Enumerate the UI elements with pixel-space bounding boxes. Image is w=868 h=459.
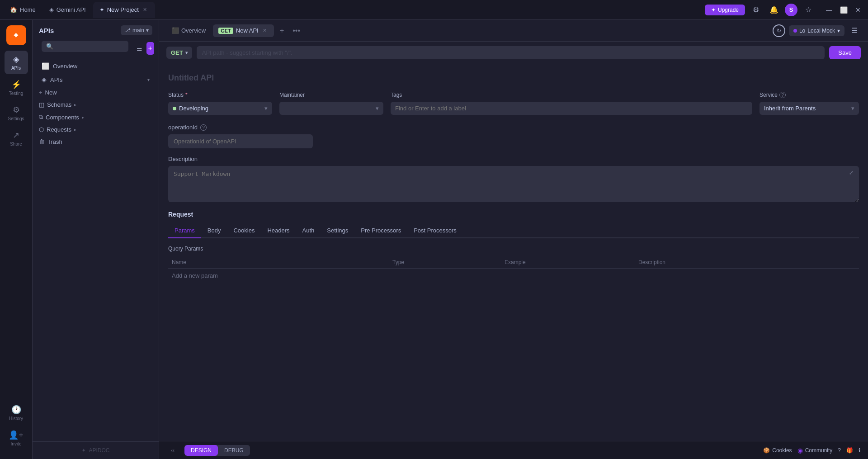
requests-icon: ⬡: [39, 126, 44, 133]
close-button[interactable]: ✕: [852, 4, 864, 16]
bookmark-icon-btn[interactable]: ☆: [801, 3, 816, 17]
components-item[interactable]: ⧉ Components ▸: [33, 111, 159, 123]
tab-pre-processors[interactable]: Pre Processors: [354, 223, 407, 238]
tab-cookies[interactable]: Cookies: [227, 223, 261, 238]
branch-selector[interactable]: ⎇ main ▾: [121, 25, 152, 35]
maximize-button[interactable]: ⬜: [837, 4, 850, 16]
api-title-input[interactable]: [168, 73, 859, 83]
settings-icon: ⚙: [13, 105, 20, 115]
community-item[interactable]: ◉ Community: [797, 447, 833, 454]
status-dot: [173, 107, 176, 110]
path-input[interactable]: [197, 46, 825, 59]
tab-overview[interactable]: ⬛ Overview: [166, 24, 211, 37]
testing-icon: ⚡: [11, 80, 21, 90]
service-field: Service ? Inherit from Parents ▾: [760, 92, 859, 115]
content-area: ⬛ Overview GET New API ✕ + ••• ↻ Lo Loca…: [159, 20, 868, 459]
service-selector[interactable]: Inherit from Parents ▾: [760, 102, 859, 115]
app-logo[interactable]: ✦: [6, 25, 26, 45]
new-api-item[interactable]: + New: [33, 86, 159, 99]
upgrade-button[interactable]: ✦ Upgrade: [705, 5, 745, 15]
trash-item[interactable]: 🗑 Trash: [33, 136, 159, 148]
help-icon: ?: [838, 447, 841, 454]
requests-item[interactable]: ⬡ Requests ▸: [33, 123, 159, 136]
nav-back-button[interactable]: ‹‹: [166, 444, 179, 457]
expand-icon[interactable]: ⤢: [849, 170, 854, 176]
tab-auth[interactable]: Auth: [296, 223, 321, 238]
search-input[interactable]: [56, 43, 124, 50]
search-icon: 🔍: [46, 43, 53, 50]
design-button[interactable]: DESIGN: [184, 445, 218, 456]
hamburger-menu[interactable]: ☰: [848, 24, 861, 37]
info-item[interactable]: ℹ: [859, 447, 861, 454]
community-icon: ◉: [797, 447, 803, 454]
user-avatar[interactable]: S: [785, 4, 797, 16]
save-button[interactable]: Save: [829, 46, 861, 59]
tags-label: Tags: [391, 92, 752, 98]
chevron-down-icon: ▾: [146, 27, 149, 33]
schemas-item[interactable]: ◫ Schemas ▸: [33, 99, 159, 111]
method-selector[interactable]: GET ▾: [166, 47, 192, 59]
sidebar-item-invite[interactable]: 👤+ Invite: [5, 426, 28, 450]
minimize-button[interactable]: —: [823, 4, 835, 16]
col-type: Type: [392, 259, 501, 265]
sidebar-item-testing[interactable]: ⚡ Testing: [5, 76, 28, 99]
help-item[interactable]: ?: [838, 447, 841, 454]
cookies-item[interactable]: 🍪 Cookies: [763, 447, 792, 454]
tab-new-project[interactable]: ✦ New Project ✕: [93, 2, 155, 18]
tab-settings[interactable]: Settings: [321, 223, 354, 238]
tags-input[interactable]: [391, 102, 752, 115]
filter-button[interactable]: ⚌: [136, 42, 144, 55]
api-form: Status * Developing ▾ Maintainer ▾: [159, 64, 868, 441]
sync-button[interactable]: ↻: [773, 24, 785, 37]
status-selector[interactable]: Developing ▾: [168, 102, 272, 115]
api-tab-close[interactable]: ✕: [261, 27, 269, 34]
operation-help-icon[interactable]: ?: [200, 124, 207, 131]
description-wrapper: ⤢: [168, 166, 859, 203]
debug-button[interactable]: DEBUG: [218, 445, 250, 456]
cookies-icon: 🍪: [763, 447, 770, 454]
description-textarea[interactable]: [168, 166, 859, 202]
sidebar-item-history[interactable]: 🕐 History: [5, 401, 28, 425]
tab-post-processors[interactable]: Post Processors: [407, 223, 463, 238]
nav-apis[interactable]: ◈ APIs ▾: [35, 73, 156, 86]
sidebar-item-share[interactable]: ↗ Share: [5, 127, 28, 150]
tab-gemini[interactable]: ◈ Gemini API: [43, 2, 92, 18]
project-icon: ✦: [99, 6, 104, 13]
home-icon: 🏠: [10, 6, 17, 13]
operation-id-label: operationId ?: [168, 124, 859, 131]
tab-close-button[interactable]: ✕: [142, 6, 149, 14]
tab-new-api[interactable]: GET New API ✕: [213, 24, 274, 37]
tab-headers[interactable]: Headers: [261, 223, 296, 238]
mock-selector[interactable]: Lo Local Mock ▾: [789, 25, 844, 36]
col-example: Example: [505, 259, 635, 265]
status-required: *: [185, 92, 188, 98]
maintainer-selector[interactable]: ▾: [279, 102, 383, 115]
request-section: Request Params Body Cookies Headers Auth…: [168, 211, 859, 283]
search-bar[interactable]: 🔍: [42, 41, 128, 52]
add-tab-button[interactable]: +: [276, 24, 288, 37]
nav-overview[interactable]: ⬜ Overview: [35, 59, 156, 73]
title-bar-actions: ✦ Upgrade ⚙ 🔔 S ☆ — ⬜ ✕: [705, 3, 864, 17]
schemas-arrow: ▸: [74, 102, 76, 107]
components-arrow: ▸: [82, 115, 84, 120]
get-method-badge: GET: [218, 28, 233, 34]
gift-item[interactable]: 🎁: [846, 447, 853, 454]
sidebar-item-apis[interactable]: ◈ APIs: [5, 51, 28, 74]
settings-icon-btn[interactable]: ⚙: [749, 3, 763, 17]
add-api-button[interactable]: +: [146, 42, 155, 55]
maintainer-label: Maintainer: [279, 92, 383, 98]
left-panel-header: APIs ⎇ main ▾: [33, 20, 159, 41]
col-name: Name: [172, 259, 389, 265]
tab-body[interactable]: Body: [201, 223, 227, 238]
method-tabs: ⬛ Overview GET New API ✕ + •••: [166, 24, 769, 37]
notification-icon-btn[interactable]: 🔔: [767, 3, 781, 17]
service-help-icon[interactable]: ?: [779, 92, 786, 98]
more-options-button[interactable]: •••: [290, 24, 303, 37]
operation-id-input[interactable]: [168, 134, 313, 148]
tab-params[interactable]: Params: [168, 223, 201, 238]
branch-icon: ⎇: [124, 27, 131, 33]
add-param-row[interactable]: Add a new param: [168, 269, 859, 283]
apis-icon: ◈: [13, 54, 19, 64]
tab-home[interactable]: 🏠 Home: [4, 2, 42, 18]
sidebar-item-settings[interactable]: ⚙ Settings: [5, 101, 28, 125]
